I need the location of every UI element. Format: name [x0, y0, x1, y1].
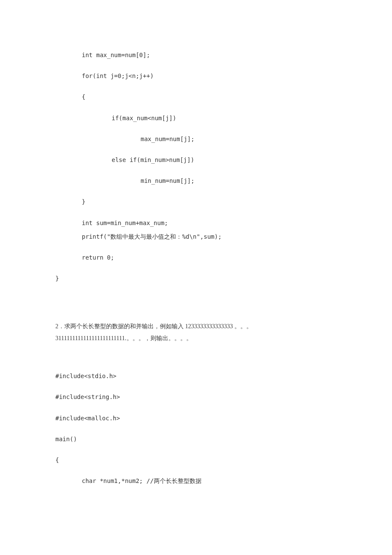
document-page: int max_num=num[0]; for(int j=0;j<n;j++)…: [0, 0, 392, 523]
code-line: max_num=num[j];: [55, 135, 337, 143]
code-line: }: [55, 198, 337, 205]
code-line: char *num1,*num2; //两个长长整型数据: [55, 477, 337, 485]
problem-line: 2．求两个长长整型的数据的和并输出，例如输入 1233333333333333 …: [55, 321, 337, 332]
code-line: return 0;: [55, 254, 337, 261]
code-line: printf("数组中最大与最小值之和：%d\n",sum);: [55, 233, 337, 240]
code-line: {: [55, 456, 337, 464]
code-line: for(int j=0;j<n;j++): [55, 72, 337, 80]
code-line: #include<malloc.h>: [55, 414, 337, 422]
code-line: else if(min_num>num[j]): [55, 156, 337, 164]
spacer: [55, 282, 337, 321]
code-line: #include<string.h>: [55, 393, 337, 401]
code-line: min_num=num[j];: [55, 177, 337, 185]
code-line: main(): [55, 435, 337, 443]
problem-statement: 2．求两个长长整型的数据的和并输出，例如输入 1233333333333333 …: [55, 321, 337, 344]
code-line: int sum=min_num+max_num;: [55, 219, 337, 227]
code-line: }: [55, 275, 337, 282]
spacer: [55, 344, 337, 372]
code-line: {: [55, 93, 337, 101]
problem-line: 3111111111111111111111111.。。。，则输出。。。。: [55, 332, 337, 344]
code-line: int max_num=num[0];: [55, 51, 337, 59]
code-line: #include<stdio.h>: [55, 372, 337, 380]
code-line: if(max_num<num[j]): [55, 114, 337, 122]
